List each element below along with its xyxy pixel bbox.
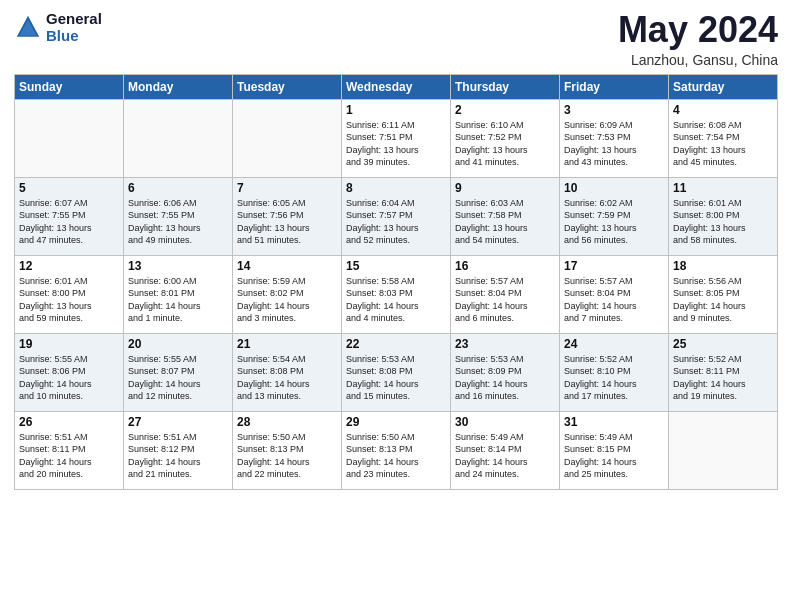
day-cell (15, 99, 124, 177)
day-cell: 23Sunrise: 5:53 AM Sunset: 8:09 PM Dayli… (451, 333, 560, 411)
logo-icon (14, 13, 42, 41)
day-number: 30 (455, 415, 555, 429)
location: Lanzhou, Gansu, China (618, 52, 778, 68)
day-info: Sunrise: 5:57 AM Sunset: 8:04 PM Dayligh… (455, 275, 555, 325)
day-cell: 12Sunrise: 6:01 AM Sunset: 8:00 PM Dayli… (15, 255, 124, 333)
day-number: 29 (346, 415, 446, 429)
day-cell: 17Sunrise: 5:57 AM Sunset: 8:04 PM Dayli… (560, 255, 669, 333)
day-number: 6 (128, 181, 228, 195)
day-number: 23 (455, 337, 555, 351)
week-row-4: 19Sunrise: 5:55 AM Sunset: 8:06 PM Dayli… (15, 333, 778, 411)
day-cell: 7Sunrise: 6:05 AM Sunset: 7:56 PM Daylig… (233, 177, 342, 255)
month-title: May 2024 (618, 10, 778, 50)
day-cell: 3Sunrise: 6:09 AM Sunset: 7:53 PM Daylig… (560, 99, 669, 177)
day-number: 10 (564, 181, 664, 195)
day-number: 11 (673, 181, 773, 195)
day-cell: 30Sunrise: 5:49 AM Sunset: 8:14 PM Dayli… (451, 411, 560, 489)
day-cell: 8Sunrise: 6:04 AM Sunset: 7:57 PM Daylig… (342, 177, 451, 255)
day-cell: 1Sunrise: 6:11 AM Sunset: 7:51 PM Daylig… (342, 99, 451, 177)
logo-text: General Blue (46, 10, 102, 44)
week-row-1: 1Sunrise: 6:11 AM Sunset: 7:51 PM Daylig… (15, 99, 778, 177)
day-info: Sunrise: 6:01 AM Sunset: 8:00 PM Dayligh… (673, 197, 773, 247)
day-cell (669, 411, 778, 489)
day-number: 15 (346, 259, 446, 273)
day-info: Sunrise: 5:51 AM Sunset: 8:11 PM Dayligh… (19, 431, 119, 481)
calendar: Sunday Monday Tuesday Wednesday Thursday… (14, 74, 778, 490)
day-info: Sunrise: 5:54 AM Sunset: 8:08 PM Dayligh… (237, 353, 337, 403)
day-info: Sunrise: 5:57 AM Sunset: 8:04 PM Dayligh… (564, 275, 664, 325)
day-number: 31 (564, 415, 664, 429)
day-cell: 28Sunrise: 5:50 AM Sunset: 8:13 PM Dayli… (233, 411, 342, 489)
day-cell: 15Sunrise: 5:58 AM Sunset: 8:03 PM Dayli… (342, 255, 451, 333)
col-friday: Friday (560, 74, 669, 99)
week-row-5: 26Sunrise: 5:51 AM Sunset: 8:11 PM Dayli… (15, 411, 778, 489)
day-info: Sunrise: 5:49 AM Sunset: 8:15 PM Dayligh… (564, 431, 664, 481)
day-info: Sunrise: 5:50 AM Sunset: 8:13 PM Dayligh… (346, 431, 446, 481)
day-info: Sunrise: 5:53 AM Sunset: 8:08 PM Dayligh… (346, 353, 446, 403)
day-number: 8 (346, 181, 446, 195)
day-cell: 31Sunrise: 5:49 AM Sunset: 8:15 PM Dayli… (560, 411, 669, 489)
day-info: Sunrise: 5:55 AM Sunset: 8:07 PM Dayligh… (128, 353, 228, 403)
day-cell: 2Sunrise: 6:10 AM Sunset: 7:52 PM Daylig… (451, 99, 560, 177)
day-number: 20 (128, 337, 228, 351)
title-block: May 2024 Lanzhou, Gansu, China (618, 10, 778, 68)
day-cell: 27Sunrise: 5:51 AM Sunset: 8:12 PM Dayli… (124, 411, 233, 489)
day-info: Sunrise: 6:00 AM Sunset: 8:01 PM Dayligh… (128, 275, 228, 325)
day-info: Sunrise: 5:59 AM Sunset: 8:02 PM Dayligh… (237, 275, 337, 325)
day-cell: 18Sunrise: 5:56 AM Sunset: 8:05 PM Dayli… (669, 255, 778, 333)
day-cell (233, 99, 342, 177)
day-info: Sunrise: 6:07 AM Sunset: 7:55 PM Dayligh… (19, 197, 119, 247)
day-cell: 20Sunrise: 5:55 AM Sunset: 8:07 PM Dayli… (124, 333, 233, 411)
day-info: Sunrise: 5:51 AM Sunset: 8:12 PM Dayligh… (128, 431, 228, 481)
day-number: 9 (455, 181, 555, 195)
col-sunday: Sunday (15, 74, 124, 99)
day-info: Sunrise: 6:06 AM Sunset: 7:55 PM Dayligh… (128, 197, 228, 247)
day-number: 5 (19, 181, 119, 195)
day-cell: 26Sunrise: 5:51 AM Sunset: 8:11 PM Dayli… (15, 411, 124, 489)
week-row-2: 5Sunrise: 6:07 AM Sunset: 7:55 PM Daylig… (15, 177, 778, 255)
day-cell (124, 99, 233, 177)
day-number: 18 (673, 259, 773, 273)
day-info: Sunrise: 5:52 AM Sunset: 8:10 PM Dayligh… (564, 353, 664, 403)
day-number: 13 (128, 259, 228, 273)
day-number: 25 (673, 337, 773, 351)
day-number: 3 (564, 103, 664, 117)
day-number: 12 (19, 259, 119, 273)
day-info: Sunrise: 6:04 AM Sunset: 7:57 PM Dayligh… (346, 197, 446, 247)
day-cell: 6Sunrise: 6:06 AM Sunset: 7:55 PM Daylig… (124, 177, 233, 255)
page: General Blue May 2024 Lanzhou, Gansu, Ch… (0, 0, 792, 612)
day-number: 7 (237, 181, 337, 195)
day-info: Sunrise: 6:08 AM Sunset: 7:54 PM Dayligh… (673, 119, 773, 169)
day-number: 24 (564, 337, 664, 351)
week-row-3: 12Sunrise: 6:01 AM Sunset: 8:00 PM Dayli… (15, 255, 778, 333)
day-info: Sunrise: 6:01 AM Sunset: 8:00 PM Dayligh… (19, 275, 119, 325)
day-cell: 24Sunrise: 5:52 AM Sunset: 8:10 PM Dayli… (560, 333, 669, 411)
day-number: 16 (455, 259, 555, 273)
day-number: 26 (19, 415, 119, 429)
day-cell: 16Sunrise: 5:57 AM Sunset: 8:04 PM Dayli… (451, 255, 560, 333)
day-number: 17 (564, 259, 664, 273)
day-number: 27 (128, 415, 228, 429)
day-cell: 14Sunrise: 5:59 AM Sunset: 8:02 PM Dayli… (233, 255, 342, 333)
day-cell: 4Sunrise: 6:08 AM Sunset: 7:54 PM Daylig… (669, 99, 778, 177)
day-info: Sunrise: 5:56 AM Sunset: 8:05 PM Dayligh… (673, 275, 773, 325)
day-info: Sunrise: 5:58 AM Sunset: 8:03 PM Dayligh… (346, 275, 446, 325)
day-info: Sunrise: 6:05 AM Sunset: 7:56 PM Dayligh… (237, 197, 337, 247)
header-row: Sunday Monday Tuesday Wednesday Thursday… (15, 74, 778, 99)
day-info: Sunrise: 5:55 AM Sunset: 8:06 PM Dayligh… (19, 353, 119, 403)
logo: General Blue (14, 10, 102, 44)
day-cell: 10Sunrise: 6:02 AM Sunset: 7:59 PM Dayli… (560, 177, 669, 255)
day-number: 14 (237, 259, 337, 273)
day-number: 19 (19, 337, 119, 351)
col-tuesday: Tuesday (233, 74, 342, 99)
day-info: Sunrise: 6:09 AM Sunset: 7:53 PM Dayligh… (564, 119, 664, 169)
day-cell: 5Sunrise: 6:07 AM Sunset: 7:55 PM Daylig… (15, 177, 124, 255)
day-info: Sunrise: 6:11 AM Sunset: 7:51 PM Dayligh… (346, 119, 446, 169)
day-info: Sunrise: 5:53 AM Sunset: 8:09 PM Dayligh… (455, 353, 555, 403)
day-cell: 11Sunrise: 6:01 AM Sunset: 8:00 PM Dayli… (669, 177, 778, 255)
day-number: 28 (237, 415, 337, 429)
day-cell: 22Sunrise: 5:53 AM Sunset: 8:08 PM Dayli… (342, 333, 451, 411)
header: General Blue May 2024 Lanzhou, Gansu, Ch… (14, 10, 778, 68)
col-wednesday: Wednesday (342, 74, 451, 99)
col-thursday: Thursday (451, 74, 560, 99)
